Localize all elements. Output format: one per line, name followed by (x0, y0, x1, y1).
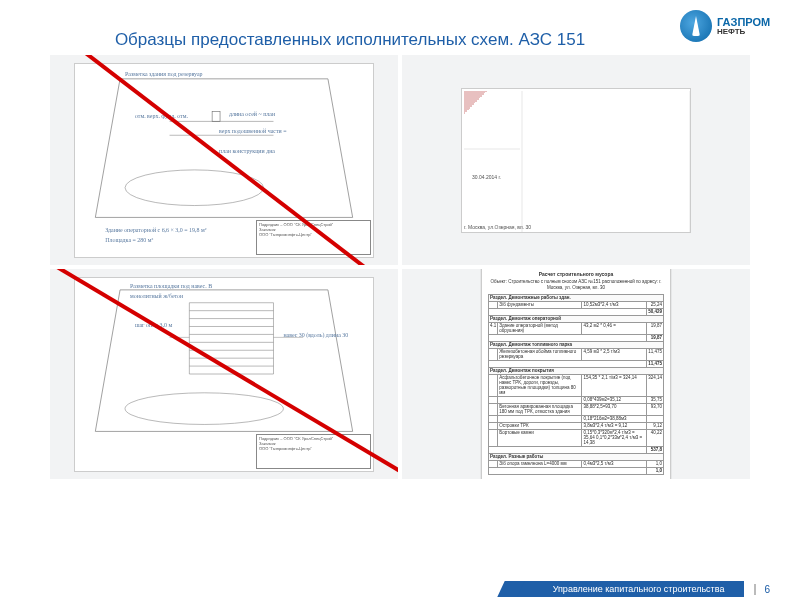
scan-fragment-doc: 30.04.2014 г. г. Москва, ул.Озерная, вл.… (461, 88, 691, 233)
table-row: 0,08*439м2=35,1235,75 (489, 396, 664, 403)
table-row: Железобетонная обойма топливного резерву… (489, 348, 664, 360)
svg-text:Разметка площадки под навес. В: Разметка площадки под навес. В (130, 282, 212, 288)
table-section-header: Раздел. Демонтаж топливного парка (489, 341, 664, 348)
logo-sub: НЕФТЬ (717, 28, 770, 36)
svg-text:Разметка здания под резервуар: Разметка здания под резервуар (125, 70, 203, 76)
title-block-1: Подрядчик – ООО "СК УралСпецСтрой" Заказ… (256, 220, 371, 255)
svg-text:длина осей ~ план: длина осей ~ план (229, 111, 276, 117)
title-block-2: Подрядчик – ООО "СК УралСпецСтрой" Заказ… (256, 434, 371, 469)
cell-scheme-3: Разметка площадки под навес. В монолитны… (50, 269, 398, 479)
table-section-header: Раздел. Демонтаж покрытия (489, 367, 664, 374)
tb-customer-n: ООО "Газпромнефть-Центр" (259, 232, 368, 237)
svg-text:шаг опор 3,0 м: шаг опор 3,0 м (135, 322, 173, 328)
page-number: 6 (754, 584, 770, 595)
table-row: Островки ТРК3,8м3*2,4 т/м3 = 9,129,12 (489, 422, 664, 429)
drawing-doc-1: Разметка здания под резервуар отм. верх.… (74, 63, 374, 258)
svg-rect-4 (212, 111, 220, 121)
table-row: З/б опора гамелеона L=4000 мм0,4м3*2,5 т… (489, 460, 664, 467)
table-row: 0,18*216м2=38,88м3 (489, 415, 664, 422)
table-row: Бетонная армированная площадка 180 мм по… (489, 403, 664, 415)
table-total-row: 11,475 (489, 360, 664, 367)
cell-table-doc: Расчет строительного мусора Объект: Стро… (402, 269, 750, 479)
table-row: Бортовые камни0,15*0,3*320м*2,4 т/м3 = 3… (489, 429, 664, 446)
calc-table-doc: Расчет строительного мусора Объект: Стро… (481, 269, 671, 479)
scan-date: 30.04.2014 г. (472, 174, 501, 180)
page-title: Образцы предоставленных исполнительных с… (20, 30, 680, 50)
table-total-row: 1,0 (489, 467, 664, 474)
td-title: Расчет строительного мусора (488, 271, 664, 277)
table-section-header: Раздел. Демонтажные работы здан. (489, 294, 664, 301)
svg-text:план конструкции дна: план конструкции дна (219, 148, 275, 154)
svg-text:Здание операторной с 6,6 × 3,0: Здание операторной с 6,6 × 3,0 = 19,8 м² (105, 227, 206, 233)
table-total-row: 50,429 (489, 308, 664, 315)
table-row: 4.1Здание операторной (метод обрушения)4… (489, 322, 664, 334)
td-subtitle: Объект: Строительство с полным сносом АЗ… (488, 279, 664, 290)
table-total-row: 537,8 (489, 446, 664, 453)
logo-flame-icon (680, 10, 712, 42)
svg-text:монолитный ж/бетон: монолитный ж/бетон (130, 292, 184, 298)
svg-text:навес 30 (вдоль) длина 30: навес 30 (вдоль) длина 30 (283, 332, 348, 339)
logo-main: ГАЗПРОМ (717, 17, 770, 28)
svg-point-17 (125, 392, 283, 424)
svg-text:Площадка = 280 м²: Площадка = 280 м² (105, 237, 153, 243)
thumbnail-grid: Разметка здания под резервуар отм. верх.… (0, 55, 800, 479)
calc-table: Раздел. Демонтажные работы здан.З/б фунд… (488, 294, 664, 475)
logo-gazprom: ГАЗПРОМ НЕФТЬ (680, 10, 780, 42)
table-row: З/б фундаменты10,52м3*2,4 т/м325,24 (489, 301, 664, 308)
table-row: Асфальтобетонное покрытие (под навес ТРК… (489, 374, 664, 396)
drawing-doc-2: Разметка площадки под навес. В монолитны… (74, 277, 374, 472)
svg-text:отм. верх. фунд. отм.: отм. верх. фунд. отм. (135, 113, 188, 119)
svg-text:верх подошвенной части =: верх подошвенной части = (219, 128, 287, 134)
cell-scheme-2: 30.04.2014 г. г. Москва, ул.Озерная, вл.… (402, 55, 750, 265)
svg-point-1 (125, 169, 264, 205)
table-section-header: Раздел. Разные работы (489, 453, 664, 460)
cell-scheme-1: Разметка здания под резервуар отм. верх.… (50, 55, 398, 265)
svg-marker-16 (95, 289, 352, 431)
tb2-customer-n: ООО "Газпромнефть-Центр" (259, 446, 368, 451)
slide-footer: Управление капитального строительства 6 (0, 578, 800, 600)
scan-lines (462, 89, 690, 232)
logo-text: ГАЗПРОМ НЕФТЬ (717, 17, 770, 36)
footer-label: Управление капитального строительства (513, 581, 745, 597)
table-total-row: 19,87 (489, 334, 664, 341)
slide-header: Образцы предоставленных исполнительных с… (0, 0, 800, 55)
table-section-header: Раздел. Демонтаж операторной (489, 315, 664, 322)
scan-address: г. Москва, ул.Озерная, вл. 30 (464, 224, 531, 230)
